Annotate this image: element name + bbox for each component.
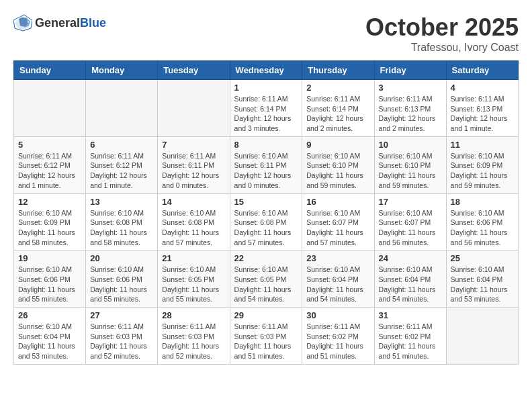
day-number: 26 [18, 310, 81, 320]
day-number: 30 [306, 310, 369, 320]
day-info: Sunrise: 6:11 AMSunset: 6:14 PMDaylight:… [234, 94, 298, 134]
day-number: 3 [379, 83, 442, 93]
day-info: Sunrise: 6:10 AMSunset: 6:04 PMDaylight:… [18, 322, 81, 361]
table-row: 1Sunrise: 6:11 AMSunset: 6:14 PMDaylight… [230, 80, 302, 137]
calendar-week-row: 12Sunrise: 6:10 AMSunset: 6:09 PMDayligh… [14, 193, 519, 250]
table-row: 15Sunrise: 6:10 AMSunset: 6:08 PMDayligh… [230, 193, 302, 250]
day-info: Sunrise: 6:11 AMSunset: 6:02 PMDaylight:… [306, 322, 369, 361]
logo-icon [13, 13, 32, 32]
table-row: 19Sunrise: 6:10 AMSunset: 6:06 PMDayligh… [14, 250, 86, 308]
day-number: 25 [451, 253, 514, 263]
day-number: 14 [162, 197, 225, 207]
day-number: 4 [451, 83, 514, 93]
table-row: 13Sunrise: 6:10 AMSunset: 6:08 PMDayligh… [86, 193, 158, 250]
table-row: 11Sunrise: 6:10 AMSunset: 6:09 PMDayligh… [446, 136, 518, 193]
table-row: 26Sunrise: 6:10 AMSunset: 6:04 PMDayligh… [14, 308, 86, 365]
day-number: 17 [379, 197, 442, 207]
logo: GeneralBlue [13, 13, 106, 32]
table-row: 23Sunrise: 6:10 AMSunset: 6:04 PMDayligh… [302, 250, 374, 308]
table-row: 24Sunrise: 6:10 AMSunset: 6:04 PMDayligh… [374, 250, 446, 308]
table-row [14, 80, 86, 137]
col-tuesday: Tuesday [158, 61, 230, 80]
day-info: Sunrise: 6:11 AMSunset: 6:12 PMDaylight:… [18, 151, 81, 191]
calendar-week-row: 19Sunrise: 6:10 AMSunset: 6:06 PMDayligh… [14, 250, 519, 308]
table-row: 8Sunrise: 6:10 AMSunset: 6:11 PMDaylight… [230, 136, 302, 193]
calendar-header-row: Sunday Monday Tuesday Wednesday Thursday… [14, 61, 519, 80]
table-row: 18Sunrise: 6:10 AMSunset: 6:06 PMDayligh… [446, 193, 518, 250]
table-row [86, 80, 158, 137]
day-number: 12 [18, 197, 81, 207]
table-row: 30Sunrise: 6:11 AMSunset: 6:02 PMDayligh… [302, 308, 374, 365]
day-info: Sunrise: 6:11 AMSunset: 6:13 PMDaylight:… [379, 94, 442, 134]
day-number: 16 [306, 197, 369, 207]
table-row: 6Sunrise: 6:11 AMSunset: 6:12 PMDaylight… [86, 136, 158, 193]
table-row: 7Sunrise: 6:11 AMSunset: 6:11 PMDaylight… [158, 136, 230, 193]
day-info: Sunrise: 6:10 AMSunset: 6:08 PMDaylight:… [234, 208, 298, 248]
day-number: 8 [234, 140, 298, 150]
day-number: 20 [90, 253, 153, 263]
day-info: Sunrise: 6:10 AMSunset: 6:04 PMDaylight:… [379, 265, 442, 304]
calendar-week-row: 5Sunrise: 6:11 AMSunset: 6:12 PMDaylight… [14, 136, 519, 193]
day-info: Sunrise: 6:10 AMSunset: 6:08 PMDaylight:… [90, 208, 153, 248]
table-row: 5Sunrise: 6:11 AMSunset: 6:12 PMDaylight… [14, 136, 86, 193]
day-info: Sunrise: 6:10 AMSunset: 6:09 PMDaylight:… [18, 208, 81, 248]
col-saturday: Saturday [446, 61, 518, 80]
calendar-table: Sunday Monday Tuesday Wednesday Thursday… [13, 60, 519, 365]
col-thursday: Thursday [302, 61, 374, 80]
day-number: 27 [90, 310, 153, 320]
day-info: Sunrise: 6:10 AMSunset: 6:05 PMDaylight:… [162, 265, 225, 304]
day-number: 23 [306, 253, 369, 263]
day-info: Sunrise: 6:10 AMSunset: 6:09 PMDaylight:… [451, 151, 514, 191]
day-number: 2 [306, 83, 369, 93]
day-info: Sunrise: 6:10 AMSunset: 6:07 PMDaylight:… [306, 208, 369, 248]
col-friday: Friday [374, 61, 446, 80]
table-row: 25Sunrise: 6:10 AMSunset: 6:04 PMDayligh… [446, 250, 518, 308]
day-info: Sunrise: 6:10 AMSunset: 6:10 PMDaylight:… [306, 151, 369, 191]
day-number: 13 [90, 197, 153, 207]
day-number: 15 [234, 197, 298, 207]
table-row: 21Sunrise: 6:10 AMSunset: 6:05 PMDayligh… [158, 250, 230, 308]
day-info: Sunrise: 6:10 AMSunset: 6:05 PMDaylight:… [234, 265, 298, 304]
calendar-week-row: 26Sunrise: 6:10 AMSunset: 6:04 PMDayligh… [14, 308, 519, 365]
table-row [446, 308, 518, 365]
day-info: Sunrise: 6:10 AMSunset: 6:04 PMDaylight:… [451, 265, 514, 304]
day-info: Sunrise: 6:10 AMSunset: 6:06 PMDaylight:… [18, 265, 81, 304]
day-info: Sunrise: 6:11 AMSunset: 6:12 PMDaylight:… [90, 151, 153, 191]
month-title: October 2025 [365, 13, 519, 42]
logo-text: GeneralBlue [35, 16, 106, 30]
table-row: 17Sunrise: 6:10 AMSunset: 6:07 PMDayligh… [374, 193, 446, 250]
table-row: 27Sunrise: 6:11 AMSunset: 6:03 PMDayligh… [86, 308, 158, 365]
day-info: Sunrise: 6:10 AMSunset: 6:08 PMDaylight:… [162, 208, 225, 248]
table-row: 20Sunrise: 6:10 AMSunset: 6:06 PMDayligh… [86, 250, 158, 308]
day-info: Sunrise: 6:11 AMSunset: 6:03 PMDaylight:… [90, 322, 153, 361]
day-info: Sunrise: 6:10 AMSunset: 6:06 PMDaylight:… [90, 265, 153, 304]
table-row: 29Sunrise: 6:11 AMSunset: 6:03 PMDayligh… [230, 308, 302, 365]
day-number: 11 [451, 140, 514, 150]
day-number: 7 [162, 140, 225, 150]
day-number: 21 [162, 253, 225, 263]
day-number: 9 [306, 140, 369, 150]
day-number: 6 [90, 140, 153, 150]
table-row: 28Sunrise: 6:11 AMSunset: 6:03 PMDayligh… [158, 308, 230, 365]
page-header: GeneralBlue October 2025 Trafessou, Ivor… [13, 13, 519, 54]
location-title: Trafessou, Ivory Coast [365, 42, 519, 54]
day-number: 31 [379, 310, 442, 320]
day-info: Sunrise: 6:10 AMSunset: 6:04 PMDaylight:… [306, 265, 369, 304]
table-row: 16Sunrise: 6:10 AMSunset: 6:07 PMDayligh… [302, 193, 374, 250]
col-monday: Monday [86, 61, 158, 80]
day-info: Sunrise: 6:10 AMSunset: 6:11 PMDaylight:… [234, 151, 298, 191]
day-info: Sunrise: 6:11 AMSunset: 6:13 PMDaylight:… [451, 94, 514, 134]
day-info: Sunrise: 6:11 AMSunset: 6:02 PMDaylight:… [379, 322, 442, 361]
day-info: Sunrise: 6:10 AMSunset: 6:10 PMDaylight:… [379, 151, 442, 191]
day-info: Sunrise: 6:10 AMSunset: 6:07 PMDaylight:… [379, 208, 442, 248]
day-number: 28 [162, 310, 225, 320]
table-row [158, 80, 230, 137]
table-row: 9Sunrise: 6:10 AMSunset: 6:10 PMDaylight… [302, 136, 374, 193]
table-row: 12Sunrise: 6:10 AMSunset: 6:09 PMDayligh… [14, 193, 86, 250]
table-row: 10Sunrise: 6:10 AMSunset: 6:10 PMDayligh… [374, 136, 446, 193]
table-row: 14Sunrise: 6:10 AMSunset: 6:08 PMDayligh… [158, 193, 230, 250]
day-info: Sunrise: 6:11 AMSunset: 6:03 PMDaylight:… [162, 322, 225, 361]
table-row: 4Sunrise: 6:11 AMSunset: 6:13 PMDaylight… [446, 80, 518, 137]
day-number: 10 [379, 140, 442, 150]
calendar-week-row: 1Sunrise: 6:11 AMSunset: 6:14 PMDaylight… [14, 80, 519, 137]
